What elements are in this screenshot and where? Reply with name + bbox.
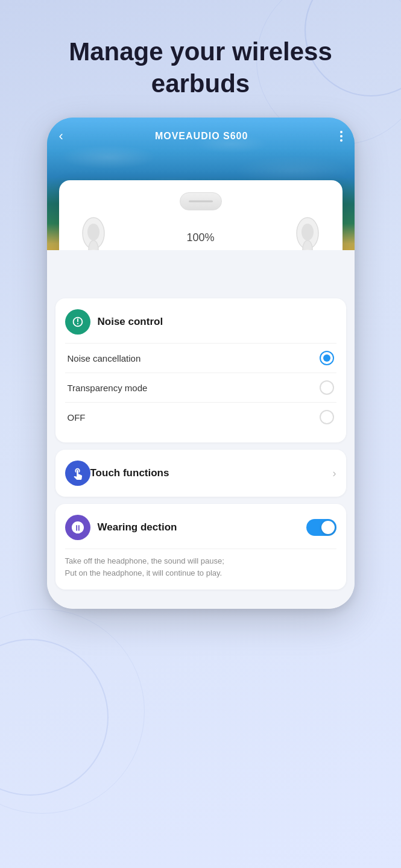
right-earbud-icon	[291, 215, 324, 250]
earbuds-row: L 100% R	[71, 215, 330, 250]
noise-icon-svg	[71, 315, 84, 329]
left-earbud: L	[77, 215, 110, 250]
wearing-detection-toggle[interactable]	[306, 519, 336, 536]
off-option[interactable]: OFF	[65, 402, 336, 432]
noise-control-icon	[65, 309, 90, 335]
noise-control-card: Noise control Noise cancellation Transpa…	[55, 298, 346, 442]
page-title: Manage your wireless earbuds	[0, 0, 401, 118]
bg-decoration-bl2	[0, 609, 145, 814]
back-button[interactable]: ‹	[59, 128, 63, 144]
transparency-mode-option[interactable]: Transparency mode	[65, 373, 336, 402]
left-earbud-icon	[77, 215, 110, 250]
wearing-detection-description: Take off the headphone, the sound will p…	[65, 549, 336, 579]
nav-bar: ‹ MOVEAUDIO S600	[47, 118, 355, 144]
noise-cancellation-radio[interactable]	[320, 351, 334, 365]
touch-functions-inner: Touch functions ›	[65, 461, 336, 486]
wearing-detection-icon	[65, 515, 90, 540]
off-label: OFF	[68, 412, 86, 423]
wearing-icon-svg	[71, 521, 84, 534]
noise-cancellation-label: Noise cancellation	[68, 353, 141, 363]
touch-functions-icon	[65, 461, 90, 486]
touch-functions-card[interactable]: Touch functions ›	[55, 450, 346, 497]
case-container	[71, 192, 330, 210]
wearing-detection-title: Wearing dection	[98, 521, 177, 533]
phone-mockup: ‹ MOVEAUDIO S600	[47, 118, 355, 609]
phone-body: Noise control Noise cancellation Transpa…	[47, 250, 355, 609]
more-button[interactable]	[340, 131, 343, 142]
off-radio[interactable]	[320, 410, 334, 424]
svg-point-2	[87, 224, 99, 241]
touch-functions-arrow: ›	[333, 467, 336, 480]
wearing-detection-header: Wearing dection	[65, 515, 336, 540]
noise-control-title: Noise control	[98, 316, 163, 328]
device-title: MOVEAUDIO S600	[155, 131, 248, 142]
noise-cancellation-option[interactable]: Noise cancellation	[65, 343, 336, 373]
earbuds-card: L 100% R ✱ 100%	[59, 180, 343, 250]
wearing-detection-card: Wearing dection Take off the headphone, …	[55, 504, 346, 590]
transparency-mode-radio[interactable]	[320, 380, 334, 395]
svg-point-5	[302, 224, 314, 241]
case-icon	[180, 192, 222, 210]
noise-control-header: Noise control	[65, 309, 336, 335]
right-earbud: R	[291, 215, 324, 250]
touch-functions-title: Touch functions	[90, 467, 169, 479]
phone-header: ‹ MOVEAUDIO S600	[47, 118, 355, 250]
center-battery: 100%	[186, 231, 214, 244]
touch-icon-svg	[71, 467, 84, 480]
transparency-mode-label: Transparency mode	[68, 383, 148, 393]
